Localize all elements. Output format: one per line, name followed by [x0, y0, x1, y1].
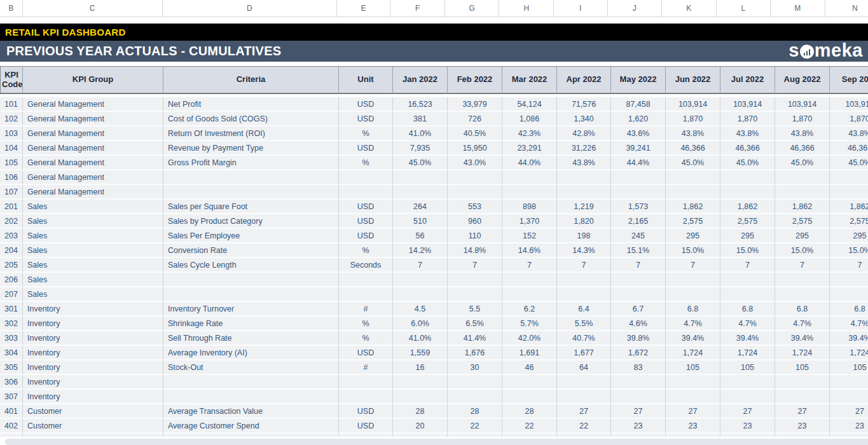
cell-kpi-code[interactable]: 302 — [0, 317, 23, 331]
cell-unit[interactable] — [339, 185, 393, 200]
cell-value-month-5[interactable]: 39.4% — [666, 331, 720, 346]
cell-value-month-8[interactable]: 43.8% — [830, 127, 868, 141]
cell-value-month-0[interactable] — [393, 170, 448, 185]
cell-value-month-2[interactable] — [502, 185, 557, 200]
cell-kpi-group[interactable]: Sales — [23, 200, 163, 214]
cell-value-month-4[interactable]: 27 — [611, 404, 666, 419]
cell-criteria[interactable]: Revenue by Payment Type — [163, 141, 339, 156]
cell-value-month-1[interactable]: 43.0% — [448, 156, 502, 170]
cell-value-month-0[interactable]: 41.0% — [393, 127, 448, 141]
cell-value-month-7[interactable] — [775, 273, 830, 287]
cell-kpi-group[interactable]: Sales — [23, 287, 163, 302]
cell-value-month-4[interactable] — [611, 185, 666, 200]
cell-value-month-2[interactable]: 14.6% — [502, 243, 557, 258]
cell-value-month-0[interactable]: 6.0% — [393, 317, 448, 331]
cell-kpi-group[interactable]: Inventory — [23, 317, 163, 331]
cell-value-month-0[interactable]: 16 — [393, 360, 448, 375]
cell-value-month-2[interactable] — [502, 375, 557, 390]
cell-value-month-3[interactable] — [557, 390, 611, 404]
cell-value-month-0[interactable]: 264 — [393, 200, 448, 214]
cell-value-month-8[interactable]: 103,914 — [830, 97, 868, 112]
cell-value-month-0[interactable]: 20 — [393, 419, 448, 434]
cell-value-month-5[interactable]: 295 — [666, 229, 720, 243]
cell-value-month-7[interactable] — [775, 375, 830, 390]
column-letter-E[interactable]: E — [337, 0, 391, 17]
cell-value-month-7[interactable]: 23 — [775, 419, 830, 434]
cell-value-month-4[interactable]: 2,165 — [611, 214, 666, 229]
header-month-4[interactable]: May 2022 — [611, 66, 666, 94]
cell-value-month-8[interactable]: 1,870 — [830, 112, 868, 127]
cell-kpi-code[interactable]: 207 — [0, 287, 23, 302]
cell-value-month-2[interactable]: 22 — [502, 419, 557, 434]
cell-criteria[interactable]: Gross Profit Margin — [163, 156, 339, 170]
cell-kpi-code[interactable]: 202 — [0, 214, 23, 229]
cell-value-month-2[interactable]: 898 — [502, 200, 557, 214]
cell-kpi-code[interactable]: 305 — [0, 360, 23, 375]
cell-value-month-4[interactable]: 4.6% — [611, 317, 666, 331]
cell-kpi-group[interactable]: Inventory — [23, 390, 163, 404]
header-month-2[interactable]: Mar 2022 — [502, 66, 557, 94]
cell-value-month-4[interactable]: 6.7 — [611, 302, 666, 317]
cell-unit[interactable]: % — [339, 127, 393, 141]
cell-value-month-7[interactable]: 39.4% — [775, 331, 830, 346]
cell-value-month-2[interactable]: 42.3% — [502, 127, 557, 141]
cell-kpi-code[interactable]: 306 — [0, 375, 23, 390]
cell-value-month-5[interactable] — [666, 287, 720, 302]
cell-criteria[interactable] — [163, 273, 339, 287]
cell-value-month-7[interactable]: 6.8 — [775, 302, 830, 317]
cell-value-month-3[interactable]: 7 — [557, 258, 611, 273]
column-letter-F[interactable]: F — [390, 0, 445, 17]
cell-value-month-6[interactable]: 1,724 — [720, 346, 775, 360]
cell-unit[interactable] — [339, 390, 393, 404]
cell-criteria[interactable] — [163, 375, 339, 390]
cell-unit[interactable]: % — [339, 331, 393, 346]
cell-value-month-2[interactable]: 5.7% — [502, 317, 557, 331]
header-month-1[interactable]: Feb 2022 — [448, 66, 502, 94]
cell-unit[interactable] — [339, 273, 393, 287]
cell-value-month-5[interactable]: 27 — [666, 404, 720, 419]
column-letter-B[interactable]: B — [0, 0, 23, 17]
header-unit[interactable]: Unit — [339, 66, 393, 94]
cell-value-month-3[interactable] — [557, 287, 611, 302]
cell-criteria[interactable]: Sell Through Rate — [163, 331, 339, 346]
cell-kpi-group[interactable]: General Management — [23, 170, 163, 185]
cell-value-month-4[interactable]: 43.6% — [611, 127, 666, 141]
cell-value-month-6[interactable]: 27 — [720, 404, 775, 419]
cell-value-month-8[interactable] — [830, 390, 868, 404]
cell-criteria[interactable]: Sales per Square Foot — [163, 200, 339, 214]
cell-value-month-8[interactable]: 46,366 — [830, 141, 868, 156]
cell-unit[interactable] — [339, 287, 393, 302]
cell-value-month-0[interactable] — [393, 390, 448, 404]
cell-value-month-8[interactable]: 4.7% — [830, 317, 868, 331]
cell-value-month-1[interactable]: 960 — [448, 214, 502, 229]
column-letter-M[interactable]: M — [771, 0, 825, 17]
column-letter-L[interactable]: L — [717, 0, 771, 17]
scrollbar-thumb[interactable] — [5, 439, 868, 445]
cell-value-month-6[interactable]: 7 — [720, 258, 775, 273]
cell-criteria[interactable]: Sales Per Employee — [163, 229, 339, 243]
cell-value-month-7[interactable]: 295 — [775, 229, 830, 243]
cell-value-month-2[interactable] — [502, 170, 557, 185]
cell-value-month-8[interactable]: 2,575 — [830, 214, 868, 229]
cell-criteria[interactable]: Conversion Rate — [163, 243, 339, 258]
cell-kpi-code[interactable]: 205 — [0, 258, 23, 273]
cell-value-month-5[interactable]: 4.7% — [666, 317, 720, 331]
cell-value-month-0[interactable]: 7,935 — [393, 141, 448, 156]
cell-value-month-1[interactable]: 1,676 — [448, 346, 502, 360]
cell-value-month-1[interactable]: 14.8% — [448, 243, 502, 258]
cell-value-month-7[interactable]: 1,870 — [775, 112, 830, 127]
column-letter-N[interactable]: N — [825, 0, 868, 17]
cell-kpi-code[interactable]: 204 — [0, 243, 23, 258]
cell-value-month-7[interactable]: 1,862 — [775, 200, 830, 214]
cell-value-month-3[interactable]: 71,576 — [557, 97, 611, 112]
header-kpi-code[interactable]: KPI Code — [0, 66, 23, 94]
cell-value-month-1[interactable]: 726 — [448, 112, 502, 127]
cell-value-month-6[interactable]: 15.0% — [720, 243, 775, 258]
cell-value-month-6[interactable] — [720, 185, 775, 200]
cell-criteria[interactable] — [163, 390, 339, 404]
cell-criteria[interactable]: Shrinkage Rate — [163, 317, 339, 331]
cell-value-month-1[interactable]: 22 — [448, 419, 502, 434]
header-month-0[interactable]: Jan 2022 — [393, 66, 448, 94]
cell-value-month-6[interactable]: 6.8 — [720, 302, 775, 317]
cell-value-month-8[interactable]: 1,862 — [830, 200, 868, 214]
